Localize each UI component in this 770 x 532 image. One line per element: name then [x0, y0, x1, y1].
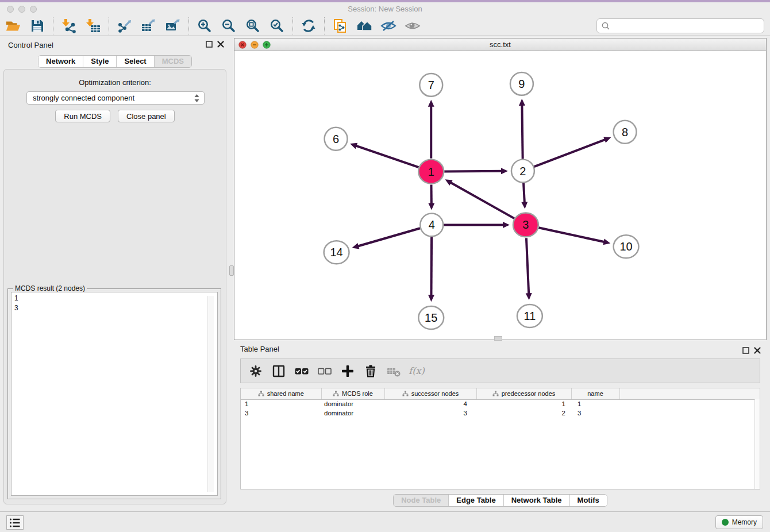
close-panel-button[interactable]: Close panel: [118, 110, 175, 122]
import-table-button[interactable]: [83, 17, 103, 35]
graph-edge-arrowhead: [428, 295, 434, 302]
zoom-fit-button[interactable]: [243, 17, 263, 35]
open-session-button[interactable]: [3, 17, 23, 35]
control-panel-title: Control Panel: [8, 41, 53, 49]
zoom-in-button[interactable]: [195, 17, 214, 35]
tab-motifs[interactable]: Motifs: [569, 495, 607, 506]
network-resize-handle[interactable]: [494, 336, 502, 341]
tab-mcds[interactable]: MCDS: [154, 56, 191, 67]
minimize-network-button[interactable]: [251, 41, 259, 49]
graph-node-7[interactable]: 7: [419, 74, 442, 97]
graph-node-4[interactable]: 4: [420, 213, 443, 236]
eye-icon: [405, 19, 421, 33]
minimize-window-button[interactable]: [18, 6, 25, 13]
import-network-icon: [61, 18, 77, 33]
graph-node-11[interactable]: 11: [517, 304, 542, 327]
graph-node-1[interactable]: 1: [418, 160, 444, 184]
graph-edge-3-10[interactable]: [538, 228, 605, 242]
delete-column-button[interactable]: [386, 363, 402, 379]
graph-node-2[interactable]: 2: [511, 160, 534, 183]
zoom-out-button[interactable]: [219, 17, 238, 35]
run-mcds-button[interactable]: Run MCDS: [55, 110, 110, 122]
table-options-button[interactable]: [248, 363, 264, 379]
memory-label: Memory: [732, 518, 757, 526]
graph-edge-1-2[interactable]: [444, 171, 502, 172]
column-header-name[interactable]: name: [571, 388, 619, 399]
graph-node-10[interactable]: 10: [614, 235, 639, 258]
task-history-button[interactable]: [6, 515, 24, 530]
clone-network-button[interactable]: [330, 17, 350, 35]
zoom-selected-button[interactable]: [267, 17, 287, 35]
graph-node-8[interactable]: 8: [614, 121, 637, 144]
graph-edge-4-14[interactable]: [357, 228, 420, 246]
open-folder-icon: [5, 19, 21, 33]
graph-edge-arrowhead: [603, 137, 611, 142]
window-controls: [7, 6, 37, 13]
table-row[interactable]: 1 dominator 4 1 1: [241, 399, 760, 408]
column-header-shared-name[interactable]: shared name: [241, 388, 321, 399]
export-image-button[interactable]: [163, 17, 183, 35]
graph-edge-4-15[interactable]: [431, 237, 432, 296]
column-header-predecessor-nodes[interactable]: predecessor nodes: [476, 388, 571, 399]
float-panel-icon[interactable]: [206, 41, 213, 48]
apply-function-button[interactable]: f(x): [409, 363, 425, 379]
network-canvas[interactable]: 7968124314101511: [234, 52, 766, 340]
delete-row-button[interactable]: [363, 363, 379, 379]
search-field[interactable]: [596, 18, 764, 33]
dropdown-chevrons-icon: [194, 94, 200, 106]
graph-node-15[interactable]: 15: [418, 306, 444, 329]
table-scrollbar[interactable]: [754, 399, 760, 489]
graph-edge-3-1[interactable]: [450, 182, 514, 218]
graph-edge-2-9[interactable]: [522, 105, 522, 159]
save-session-button[interactable]: [28, 17, 47, 35]
export-network-button[interactable]: [115, 17, 134, 35]
add-row-button[interactable]: [340, 363, 356, 379]
select-all-columns-button[interactable]: [294, 363, 310, 379]
tab-network[interactable]: Network: [38, 56, 83, 67]
maximize-network-button[interactable]: [263, 41, 271, 49]
network-window-titlebar[interactable]: scc.txt: [234, 38, 766, 51]
graph-node-3[interactable]: 3: [513, 213, 538, 237]
graph-node-9[interactable]: 9: [510, 72, 533, 95]
graph-edge-2-3[interactable]: [523, 183, 525, 203]
refresh-view-button[interactable]: [299, 17, 318, 35]
import-network-button[interactable]: [59, 17, 79, 35]
graph-edge-1-6[interactable]: [356, 145, 419, 167]
column-header-mcds-role[interactable]: MCDS role: [321, 388, 384, 399]
export-table-button[interactable]: [139, 17, 159, 35]
close-window-button[interactable]: [7, 6, 14, 13]
tree-icon: [333, 391, 339, 396]
mcds-result-text[interactable]: 1 3: [11, 292, 218, 496]
maximize-window-button[interactable]: [30, 6, 37, 13]
table-row[interactable]: 3 dominator 3 2 3: [241, 408, 760, 418]
optimization-criterion-label: Optimization criterion:: [4, 78, 226, 87]
tab-select[interactable]: Select: [116, 56, 153, 67]
panel-divider-handle[interactable]: [229, 265, 234, 276]
close-network-button[interactable]: [238, 41, 247, 49]
graph-edge-arrowhead: [526, 293, 532, 300]
graph-edge-2-8[interactable]: [534, 140, 606, 167]
tab-edge-table[interactable]: Edge Table: [448, 495, 503, 506]
criterion-dropdown[interactable]: strongly connected component: [26, 91, 205, 105]
tab-network-table[interactable]: Network Table: [503, 495, 569, 506]
result-scrollbar[interactable]: [207, 296, 214, 492]
close-table-panel-icon[interactable]: [754, 347, 761, 354]
tab-node-table[interactable]: Node Table: [394, 495, 448, 506]
tab-style[interactable]: Style: [83, 56, 116, 67]
graph-node-label: 1: [428, 165, 434, 178]
float-table-panel-icon[interactable]: [742, 347, 749, 354]
graph-edge-3-11[interactable]: [526, 238, 529, 294]
hide-details-button[interactable]: [379, 17, 398, 35]
show-graphics-button[interactable]: [403, 17, 422, 35]
column-header-successor-nodes[interactable]: successor nodes: [384, 388, 476, 399]
show-column-button[interactable]: [271, 363, 287, 379]
deselect-all-columns-button[interactable]: [317, 363, 333, 379]
search-input[interactable]: [613, 20, 764, 32]
toolbar-separator: [292, 17, 293, 34]
reset-view-button[interactable]: [355, 17, 374, 35]
graph-node-14[interactable]: 14: [324, 241, 349, 264]
memory-button[interactable]: Memory: [715, 515, 763, 529]
close-panel-icon[interactable]: [217, 41, 224, 48]
network-graph[interactable]: 7968124314101511: [234, 52, 766, 340]
graph-node-6[interactable]: 6: [325, 128, 348, 151]
